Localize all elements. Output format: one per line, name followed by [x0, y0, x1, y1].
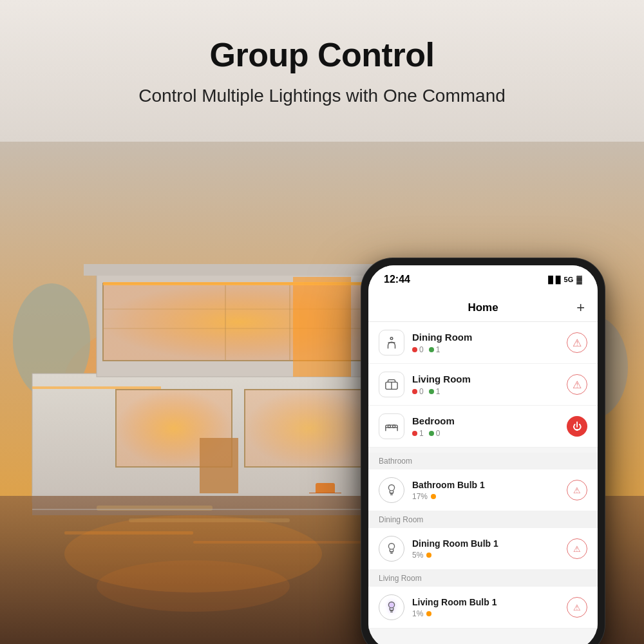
dining-room-icon: [379, 330, 404, 355]
bathroom-brightness: 17%: [412, 492, 428, 501]
status-time: 12:44: [384, 274, 410, 285]
dining-offline-stat: 0: [412, 345, 424, 354]
dining-bulb-1-name: Dining Room Bulb 1: [412, 538, 567, 549]
bathroom-color-dot: [431, 494, 436, 499]
app-header: Home +: [368, 294, 598, 322]
phone-mockup: 12:44 ▐▌█ 5G ▓ Home +: [361, 258, 605, 644]
bathroom-bulb-action[interactable]: ⚠: [567, 480, 587, 500]
top-section: Group Control Control Multiple Lightings…: [0, 0, 644, 142]
status-icons: ▐▌█ 5G ▓: [545, 275, 582, 284]
dining-online-stat: 1: [429, 345, 440, 354]
room-item-dining[interactable]: Dining Room 0 1: [368, 322, 598, 364]
living-room-icon: [379, 372, 404, 397]
page-subtitle: Control Multiple Lightings with One Comm…: [138, 86, 506, 106]
dining-color-dot: [426, 553, 431, 558]
living-bulb-1-item[interactable]: Living Room Bulb 1 1% ⚠: [368, 587, 598, 629]
living-online-count: 1: [436, 387, 440, 396]
living-action-button[interactable]: ⚠: [567, 374, 587, 395]
app-header-title: Home: [468, 301, 498, 314]
bedroom-online-count: 0: [436, 429, 440, 438]
online-dot: [429, 389, 434, 394]
bathroom-section-header: Bathroom: [368, 453, 598, 469]
living-room-name: Living Room: [412, 374, 567, 384]
dining-room-info: Dining Room 0 1: [412, 332, 567, 354]
living-bulb-1-info: Living Room Bulb 1 1%: [412, 597, 567, 618]
bathroom-bulb-1-item[interactable]: Bathroom Bulb 1 17% ⚠: [368, 469, 598, 511]
dining-section-header: Dining Room: [368, 511, 598, 528]
online-dot: [429, 431, 434, 436]
bedroom-power-button[interactable]: ⏻: [567, 416, 587, 437]
page-title: Group Control: [210, 35, 435, 74]
signal-icon: ▐▌█: [545, 276, 560, 283]
svg-rect-21: [103, 282, 374, 285]
living-bulb-action[interactable]: ⚠: [567, 597, 587, 618]
phone-screen: 12:44 ▐▌█ 5G ▓ Home +: [368, 265, 598, 644]
bedroom-info: Bedroom 1 0: [412, 415, 567, 438]
living-brightness: 1%: [412, 609, 423, 618]
svg-point-48: [388, 602, 394, 608]
dining-bulb-1-item[interactable]: Dining Room Bulb 1 5% ⚠: [368, 528, 598, 570]
dining-offline-count: 0: [419, 345, 424, 354]
living-bulb-1-name: Living Room Bulb 1: [412, 597, 567, 607]
bedroom-online-stat: 0: [429, 429, 440, 438]
room-item-bedroom[interactable]: Bedroom 1 0: [368, 406, 598, 448]
svg-point-31: [97, 560, 290, 612]
dining-brightness: 5%: [412, 551, 423, 560]
offline-dot: [412, 389, 417, 394]
bathroom-bulb-1-status: 17%: [412, 492, 567, 501]
living-bulb-1-status: 1%: [412, 609, 567, 618]
network-type: 5G: [564, 276, 574, 283]
svg-rect-22: [32, 386, 161, 389]
living-color-dot: [426, 611, 431, 616]
bedroom-offline-count: 1: [419, 429, 424, 438]
page-wrapper: Group Control Control Multiple Lightings…: [0, 0, 644, 644]
bedroom-icon: [379, 413, 404, 439]
svg-rect-40: [388, 425, 391, 428]
dining-online-count: 1: [436, 345, 440, 354]
phone-outer: 12:44 ▐▌█ 5G ▓ Home +: [361, 258, 605, 644]
living-room-stats: 0 1: [412, 387, 567, 396]
online-dot: [429, 347, 434, 352]
status-bar: 12:44 ▐▌█ 5G ▓: [368, 265, 598, 294]
battery-icon: ▓: [576, 275, 582, 284]
dining-bulb-1-status: 5%: [412, 551, 567, 560]
living-section-header: Living Room: [368, 570, 598, 587]
room-list: Dining Room 0 1: [368, 322, 598, 448]
offline-dot: [412, 431, 417, 436]
bedroom-offline-stat: 1: [412, 429, 424, 438]
dining-action-button[interactable]: ⚠: [567, 332, 587, 353]
room-item-living[interactable]: Living Room 0 1: [368, 364, 598, 406]
offline-dot: [412, 347, 417, 352]
svg-point-36: [390, 337, 393, 340]
svg-rect-41: [393, 425, 395, 428]
svg-rect-13: [200, 438, 238, 502]
bedroom-stats: 1 0: [412, 429, 567, 438]
add-button[interactable]: +: [576, 299, 585, 316]
svg-point-45: [388, 544, 394, 549]
dining-bulb-action[interactable]: ⚠: [567, 538, 587, 559]
living-online-stat: 1: [429, 387, 440, 396]
bathroom-bulb-1-name: Bathroom Bulb 1: [412, 480, 567, 490]
dining-bulb-1-info: Dining Room Bulb 1 5%: [412, 538, 567, 560]
bottom-fade: [368, 629, 598, 644]
dining-room-stats: 0 1: [412, 345, 567, 354]
svg-rect-10: [245, 390, 374, 467]
living-room-info: Living Room 0 1: [412, 374, 567, 396]
dining-bulb-icon: [379, 536, 404, 562]
dining-room-name: Dining Room: [412, 332, 567, 343]
bathroom-bulb-1-info: Bathroom Bulb 1 17%: [412, 480, 567, 501]
bedroom-name: Bedroom: [412, 415, 567, 426]
svg-rect-20: [293, 277, 351, 377]
living-offline-count: 0: [419, 387, 424, 396]
living-bulb-icon: [379, 594, 404, 620]
svg-rect-8: [84, 264, 399, 276]
bathroom-bulb-icon: [379, 477, 404, 503]
svg-point-42: [388, 485, 394, 491]
living-offline-stat: 0: [412, 387, 424, 396]
